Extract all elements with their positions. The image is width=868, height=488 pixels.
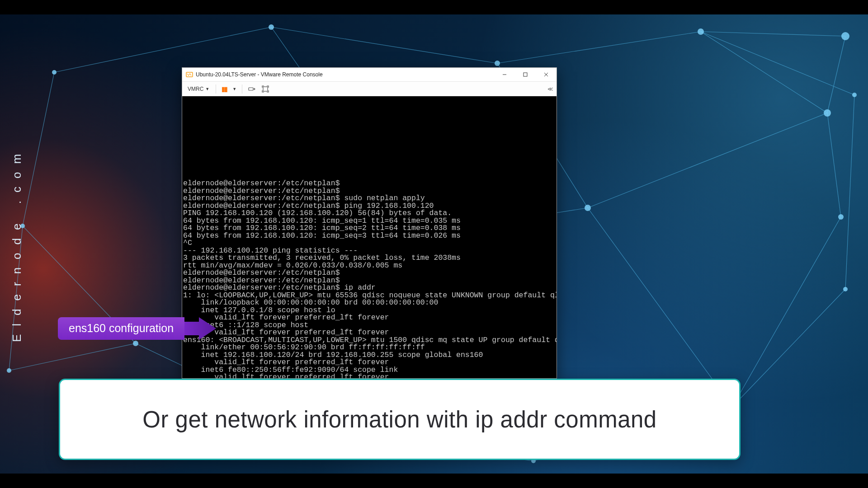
svg-line-16: [701, 32, 827, 113]
vmrc-menu-label: VMRC: [188, 86, 203, 92]
svg-point-37: [824, 109, 831, 117]
svg-point-25: [269, 24, 274, 30]
callout-annotation: ens160 configuration: [58, 317, 216, 340]
svg-point-34: [843, 287, 848, 291]
svg-line-4: [23, 72, 54, 226]
svg-line-0: [54, 27, 271, 72]
svg-rect-43: [524, 73, 527, 76]
svg-line-23: [701, 32, 845, 36]
svg-line-1: [271, 27, 497, 63]
toolbar: VMRC ▼ ▮▮ ▼ ≪: [182, 81, 557, 96]
svg-point-40: [841, 32, 849, 40]
svg-point-24: [52, 70, 57, 75]
fullscreen-icon: [261, 85, 269, 93]
letterbox-top: [0, 0, 868, 14]
brand-watermark: Eldernode .com: [10, 146, 24, 342]
collapse-icon: ≪: [547, 86, 552, 92]
pause-dropdown[interactable]: ▼: [231, 86, 238, 92]
svg-rect-46: [249, 88, 253, 90]
minimize-button[interactable]: [494, 68, 515, 81]
separator: [216, 84, 216, 94]
terminal-line: valid_lft forever preferred_lft forever: [182, 374, 557, 378]
svg-point-27: [698, 28, 704, 35]
svg-point-38: [838, 214, 844, 220]
caption-card: Or get network information with ip addr …: [59, 379, 741, 460]
svg-line-17: [827, 113, 841, 217]
svg-line-22: [827, 36, 845, 113]
svg-point-39: [7, 368, 11, 373]
pause-button[interactable]: ▮▮: [220, 84, 229, 94]
chevron-down-icon: ▼: [232, 87, 236, 91]
terminal-console[interactable]: eldernode@elderserver:/etc/netplan$elder…: [182, 96, 557, 378]
svg-line-12: [588, 208, 732, 407]
separator: [242, 84, 242, 94]
callout-label: ens160 configuration: [58, 317, 184, 340]
window-titlebar[interactable]: Ubuntu-20.04LTS-Server - VMware Remote C…: [182, 68, 557, 81]
svg-line-10: [845, 95, 854, 289]
send-keys-icon: [248, 85, 256, 93]
svg-line-9: [732, 289, 845, 407]
chevron-down-icon: ▼: [205, 87, 209, 91]
window-title: Ubuntu-20.04LTS-Server - VMware Remote C…: [196, 71, 494, 78]
svg-line-3: [701, 32, 854, 95]
vmrc-menu[interactable]: VMRC ▼: [185, 85, 212, 93]
svg-line-21: [9, 343, 136, 371]
pause-icon: ▮▮: [222, 85, 227, 93]
vmrc-window: Ubuntu-20.04LTS-Server - VMware Remote C…: [182, 67, 557, 379]
svg-line-2: [497, 32, 701, 63]
svg-point-28: [852, 93, 857, 97]
letterbox-bottom: [0, 474, 868, 488]
svg-point-26: [495, 61, 500, 66]
arrow-right-icon: [184, 317, 216, 340]
send-cad-button[interactable]: [246, 84, 258, 94]
terminal-line: 64 bytes from 192.168.100.120: icmp_seq=…: [182, 232, 557, 240]
svg-rect-47: [263, 87, 268, 91]
fullscreen-button[interactable]: [259, 84, 271, 94]
svg-point-30: [133, 341, 138, 346]
svg-point-35: [585, 205, 591, 211]
caption-text: Or get network information with ip addr …: [142, 406, 656, 433]
close-button[interactable]: [536, 68, 557, 81]
svg-line-19: [588, 113, 827, 208]
vmware-icon: [186, 71, 193, 78]
maximize-button[interactable]: [515, 68, 536, 81]
collapse-button[interactable]: ≪: [546, 85, 554, 93]
svg-line-18: [732, 217, 841, 407]
